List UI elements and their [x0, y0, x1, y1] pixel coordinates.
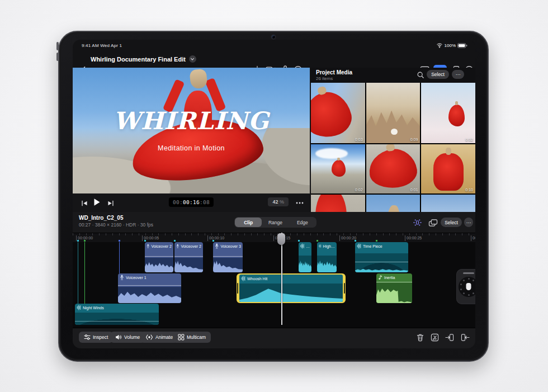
timeline-clip[interactable]: …: [299, 242, 311, 272]
play-button[interactable]: [91, 196, 102, 207]
jog-dial[interactable]: [459, 277, 475, 297]
clip-duration: 0:02: [465, 138, 473, 141]
delete-button[interactable]: [415, 333, 424, 342]
overwrite-clip-icon: [461, 333, 470, 342]
ruler-label: 00:00:30: [471, 235, 475, 241]
ruler-marker: [376, 240, 377, 242]
jog-wheel[interactable]: [456, 269, 475, 304]
battery-percent: 100%: [445, 43, 456, 48]
previous-frame-button[interactable]: [79, 197, 90, 209]
timeline-toolbar: Inspect Volume Animate Multicam: [73, 328, 475, 348]
viewer-more-button[interactable]: [294, 197, 305, 209]
timeline-ruler[interactable]: 00:00:00 00:00:05 00:00:10 00:00:15 00:0…: [73, 233, 475, 242]
wifi-icon: [436, 42, 443, 48]
clip-duration: 0:09: [410, 138, 418, 141]
media-thumbnail[interactable]: 0:03: [311, 83, 365, 143]
timeline-clip[interactable]: Time Piece: [355, 242, 408, 272]
snapping-button[interactable]: [412, 217, 423, 228]
front-camera: [272, 35, 275, 39]
ipad-device: 9:41 AM Wed Apr 1 100% Whirling Document…: [58, 31, 489, 362]
media-more-button[interactable]: ⋯: [452, 70, 464, 79]
zoom-unit: %: [280, 199, 284, 205]
overwrite-clip-button[interactable]: [461, 333, 470, 342]
media-search-button[interactable]: [415, 69, 426, 81]
video-viewer: WHIRLING Meditation in Motion: [73, 68, 310, 193]
timeline-header: WD_Intro_C2_05 00:27 · 3840 × 2160 · HDR…: [73, 212, 475, 233]
clip-label: Inertia: [384, 276, 395, 280]
timeline-clip[interactable]: High…: [317, 242, 337, 272]
clip-label: Voiceover 2: [151, 244, 172, 248]
clip-duration: 0:01: [410, 188, 418, 192]
connection-line: [119, 242, 120, 273]
search-icon: [417, 71, 424, 79]
inspect-button[interactable]: Inspect: [79, 332, 113, 343]
viewer-zoom-control[interactable]: 42 %: [268, 197, 289, 206]
jog-drag-bar[interactable]: [463, 272, 474, 274]
timeline-clip[interactable]: Voiceover 3: [213, 242, 243, 272]
clip-label: Voiceover 1: [126, 276, 147, 280]
timeline-clip[interactable]: Night Winds: [75, 304, 159, 325]
media-select-button[interactable]: Select: [427, 70, 449, 79]
connection-line: [78, 242, 78, 304]
insert-clip-button[interactable]: [445, 333, 454, 342]
overlay-view-button[interactable]: [427, 217, 438, 228]
ruler-marker: [298, 240, 300, 242]
trim-handle-right[interactable]: [344, 283, 345, 294]
animate-label: Animate: [155, 334, 173, 340]
zoom-value: 42: [272, 199, 278, 205]
timeline-select-button[interactable]: Select: [441, 218, 462, 227]
ruler-marker: [316, 240, 318, 242]
battery-icon: [457, 43, 467, 48]
media-thumbnail[interactable]: 0:02: [311, 144, 365, 193]
timeline-clip-selected[interactable]: Whoosh Hit: [237, 273, 346, 303]
viewer-title-overlay: WHIRLING: [73, 107, 310, 135]
timeline-clip[interactable]: Voiceover 2: [174, 242, 203, 272]
ruler-marker: [119, 240, 120, 242]
insert-clip-icon: [445, 333, 454, 342]
timeline-clip[interactable]: Inertia: [376, 273, 412, 303]
jog-pointer: [466, 283, 471, 290]
timeline-more-button[interactable]: ⋯: [464, 218, 473, 227]
volume-button[interactable]: Volume: [110, 332, 145, 343]
inspector-icon: [84, 334, 91, 341]
multicam-button[interactable]: Multicam: [173, 332, 211, 343]
speaker-icon: [115, 334, 122, 341]
mode-edge[interactable]: Edge: [289, 218, 316, 227]
ruler-marker: [144, 240, 146, 242]
timeline-project-name: WD_Intro_C2_05: [79, 215, 123, 221]
media-thumbnail[interactable]: 0:10: [421, 144, 475, 193]
playhead-handle[interactable]: [277, 233, 285, 245]
clip-label: Voiceover 2: [181, 244, 201, 248]
mode-clip[interactable]: Clip: [235, 218, 262, 227]
clip-duration: 0:03: [355, 138, 363, 141]
title-menu-button[interactable]: [189, 55, 196, 63]
volume-label: Volume: [124, 334, 140, 340]
timecode-frames: :08: [200, 199, 210, 205]
app-toolbar: Whirling Documentary Final Edit ↺ ↻: [73, 51, 475, 68]
trim-handle-left[interactable]: [237, 283, 238, 294]
media-thumbnail[interactable]: [311, 195, 365, 212]
project-title: Whirling Documentary Final Edit: [91, 56, 186, 63]
clip-label: High…: [323, 244, 335, 248]
timeline-clip[interactable]: Voiceover 2: [145, 242, 173, 272]
blade-button[interactable]: [430, 333, 439, 342]
clip-label: Night Winds: [83, 306, 104, 310]
mode-range[interactable]: Range: [262, 218, 289, 227]
media-thumbnail[interactable]: 0:02: [421, 83, 475, 143]
ruler-label: 00:00:10: [207, 235, 224, 241]
media-thumbnail[interactable]: 0:01: [366, 144, 421, 193]
volume-down-button: [56, 53, 59, 61]
transport-bar: 00:00:16:08 42 %: [73, 193, 310, 212]
ruler-marker: [355, 240, 356, 242]
timeline-project-meta: 00:27 · 3840 × 2160 · HDR · 30 fps: [79, 222, 153, 228]
next-frame-button[interactable]: [105, 197, 116, 209]
timeline-clip[interactable]: Voiceover 1: [118, 273, 181, 303]
ruler-marker: [174, 240, 176, 242]
media-thumbnail[interactable]: [366, 195, 421, 212]
media-thumbnail[interactable]: 0:09: [366, 83, 421, 143]
timecode-display[interactable]: 00:00:16:08: [169, 197, 214, 207]
media-thumbnail[interactable]: [421, 195, 475, 212]
timeline-tracks: Voiceover 2 Voiceover 2 Voiceover 3 … Hi…: [73, 242, 475, 328]
ruler-marker: [77, 240, 79, 242]
ruler-marker: [212, 240, 214, 242]
